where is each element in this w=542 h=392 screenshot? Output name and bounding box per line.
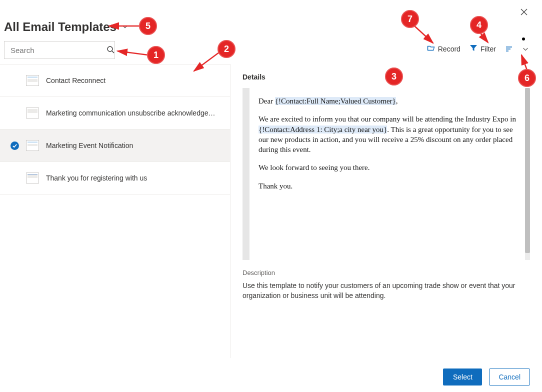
preview-text: Dear [258,97,275,105]
record-button[interactable]: Record [427,44,460,54]
list-item-label: Marketing communication unsubscribe ackn… [46,109,216,117]
filter-button[interactable]: Filter [470,44,496,54]
overflow-dot [522,38,525,40]
preview-text: , [396,97,398,105]
template-thumbnail-icon [26,172,39,184]
list-item[interactable]: Thank you for registering with us [0,162,230,194]
filter-icon [470,44,478,54]
callout-7: 7 [401,10,419,28]
page-title: All Email Templates [4,20,116,34]
callout-1: 1 [147,46,165,64]
selection-slot [10,142,19,150]
preview-text: We look forward to seeing you there. [258,162,521,172]
svg-line-12 [414,26,433,43]
record-label: Record [438,45,460,53]
template-thumbnail-icon [26,108,39,118]
filter-label: Filter [480,45,496,53]
select-button[interactable]: Select [443,368,482,386]
svg-line-3 [112,51,114,53]
chevron-down-icon [122,23,128,32]
view-selector[interactable]: All Email Templates [4,20,128,34]
template-preview: Dear {!Contact:Full Name;Valued Customer… [242,88,530,260]
cancel-button[interactable]: Cancel [489,368,530,386]
scrollbar-thumb[interactable] [525,88,530,253]
check-icon [10,142,19,150]
template-thumbnail-icon [26,140,39,151]
footer: Select Cancel [0,362,542,392]
details-heading: Details [242,73,530,81]
close-icon[interactable] [520,8,529,17]
merge-token: {!Contact:Full Name;Valued Customer} [275,97,396,105]
svg-point-2 [108,46,112,52]
svg-line-9 [479,32,488,42]
callout-2: 2 [218,40,236,58]
list-item[interactable]: Contact Reconnect [0,64,230,97]
svg-line-7 [118,51,148,55]
sort-button[interactable] [505,45,513,53]
description-text: Use this template to notify your custome… [242,280,530,301]
preview-text: We are excited to inform you that our co… [258,115,516,123]
callout-5: 5 [139,17,157,35]
search-field-wrapper [4,41,115,59]
sort-dropdown[interactable] [522,46,529,52]
list-item-label: Marketing Event Notification [46,142,133,150]
search-icon[interactable] [106,46,114,55]
template-list: Contact Reconnect Marketing communicatio… [0,64,230,358]
folder-open-icon [427,44,435,54]
toolbar: Record Filter [427,44,529,54]
merge-token: {!Contact:Address 1: City;a city near yo… [258,126,387,134]
list-item[interactable]: Marketing Event Notification [0,130,230,162]
list-item-label: Contact Reconnect [46,76,106,84]
template-thumbnail-icon [26,75,39,86]
callout-4: 4 [470,16,488,34]
preview-text: Thank you. [258,181,521,191]
list-item[interactable]: Marketing communication unsubscribe ackn… [0,97,230,130]
list-item-label: Thank you for registering with us [46,174,147,182]
search-input[interactable] [10,46,106,55]
description-label: Description [242,269,530,276]
